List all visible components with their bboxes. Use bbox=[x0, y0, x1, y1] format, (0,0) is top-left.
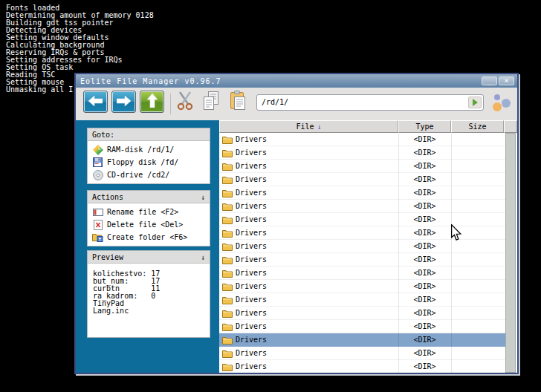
goto-panel: Goto: bbox=[87, 128, 210, 184]
folder-icon bbox=[222, 269, 236, 278]
floppy-disk-icon bbox=[91, 157, 104, 167]
folder-icon bbox=[222, 175, 236, 184]
column-header-type[interactable]: Type bbox=[398, 120, 451, 133]
file-list-header: File ↓ Type Size bbox=[219, 120, 517, 133]
action-create-folder[interactable]: Create folder <F6> bbox=[88, 231, 210, 244]
file-type: <DIR> bbox=[398, 336, 451, 344]
action-label: Delete file <Del> bbox=[107, 220, 183, 229]
file-name: Drivers bbox=[236, 269, 267, 277]
up-arrow-icon bbox=[147, 94, 158, 111]
file-row[interactable]: Drivers<DIR> bbox=[219, 186, 505, 200]
file-row[interactable]: Drivers<DIR> bbox=[219, 253, 505, 267]
file-row[interactable]: Drivers<DIR> bbox=[219, 213, 505, 226]
folder-icon bbox=[222, 309, 236, 318]
rename-icon bbox=[91, 209, 104, 216]
file-type: <DIR> bbox=[398, 242, 451, 250]
mouse-cursor bbox=[450, 224, 462, 244]
file-row[interactable]: Drivers<DIR> bbox=[219, 320, 505, 333]
forward-button[interactable] bbox=[111, 91, 136, 113]
close-button[interactable]: × bbox=[499, 76, 514, 85]
path-value: /rd/1/ bbox=[262, 95, 288, 110]
file-row[interactable]: Drivers<DIR> bbox=[219, 133, 505, 146]
toolbar: /rd/1/ bbox=[76, 88, 517, 120]
folder-icon bbox=[222, 202, 236, 211]
folder-icon bbox=[222, 362, 236, 371]
copy-button[interactable] bbox=[200, 91, 222, 114]
paste-icon bbox=[228, 91, 247, 114]
logo-dot-small-blue bbox=[494, 94, 500, 100]
cut-button[interactable] bbox=[174, 91, 196, 114]
up-button[interactable] bbox=[140, 91, 164, 113]
file-type: <DIR> bbox=[398, 255, 451, 264]
file-row[interactable]: Drivers<DIR> bbox=[219, 307, 505, 320]
column-label: Size bbox=[468, 122, 486, 131]
sidebar-item-label: Floppy disk /fd/ bbox=[107, 158, 178, 166]
file-rows: Drivers<DIR>Drivers<DIR>Drivers<DIR>Driv… bbox=[219, 133, 505, 373]
file-name: Drivers bbox=[236, 309, 267, 317]
action-label: Create folder <F6> bbox=[107, 233, 187, 241]
scrollbar-thumb[interactable] bbox=[505, 133, 516, 373]
forward-arrow-icon bbox=[117, 95, 131, 109]
folder-icon bbox=[222, 162, 236, 171]
go-arrow-icon bbox=[473, 99, 478, 106]
actions-panel: Actions ↓ Rename file <F2> bbox=[87, 190, 210, 246]
actions-panel-title: Actions bbox=[92, 193, 201, 201]
file-type: <DIR> bbox=[398, 175, 451, 183]
file-name: Drivers bbox=[236, 242, 267, 250]
file-row[interactable]: Drivers<DIR> bbox=[219, 146, 505, 160]
go-button[interactable] bbox=[468, 97, 482, 108]
logo-dot-large-blue bbox=[502, 99, 511, 108]
file-type: <DIR> bbox=[398, 282, 451, 290]
header-corner bbox=[504, 120, 517, 133]
action-rename-file[interactable]: Rename file <F2> bbox=[88, 206, 210, 218]
file-type: <DIR> bbox=[398, 269, 451, 277]
sidebar: Goto: bbox=[76, 120, 219, 373]
file-row[interactable]: Drivers<DIR> bbox=[219, 347, 505, 360]
sidebar-item-floppy[interactable]: Floppy disk /fd/ bbox=[88, 156, 210, 169]
sidebar-item-ram-disk[interactable]: RAM-disk /rd/1/ bbox=[88, 143, 210, 156]
collapse-arrow-icon[interactable]: ↓ bbox=[201, 193, 205, 201]
file-type: <DIR> bbox=[398, 162, 451, 170]
file-row[interactable]: Drivers<DIR> bbox=[219, 360, 505, 373]
folder-icon bbox=[222, 282, 236, 291]
scissors-icon bbox=[177, 91, 193, 114]
vertical-scrollbar[interactable] bbox=[505, 133, 516, 373]
file-name: Drivers bbox=[236, 295, 267, 304]
file-row[interactable]: Drivers<DIR> bbox=[219, 160, 505, 173]
file-row[interactable]: Drivers<DIR> bbox=[219, 280, 505, 293]
back-button[interactable] bbox=[83, 91, 108, 113]
create-folder-icon bbox=[91, 232, 104, 242]
folder-icon bbox=[222, 242, 236, 251]
window-title: Eolite File Manager v0.96.7 bbox=[76, 77, 221, 85]
file-row[interactable]: Drivers<DIR> bbox=[219, 200, 505, 213]
collapse-arrow-icon[interactable]: ↓ bbox=[201, 253, 205, 261]
sidebar-item-cd-drive[interactable]: CD-drive /cd2/ bbox=[88, 169, 210, 181]
file-row[interactable]: Drivers<DIR> bbox=[219, 267, 505, 280]
column-header-file[interactable]: File ↓ bbox=[219, 120, 398, 133]
file-name: Drivers bbox=[236, 175, 267, 183]
file-type: <DIR> bbox=[398, 215, 451, 223]
preview-line: Lang.inc bbox=[93, 307, 210, 315]
file-row[interactable]: Drivers<DIR> bbox=[219, 293, 505, 307]
column-separator bbox=[398, 133, 399, 373]
action-label: Rename file <F2> bbox=[107, 208, 178, 216]
main-area: Goto: bbox=[76, 120, 517, 373]
column-header-size[interactable]: Size bbox=[451, 120, 504, 133]
file-row[interactable]: Drivers<DIR> bbox=[219, 333, 505, 347]
file-row[interactable]: Drivers<DIR> bbox=[219, 173, 505, 186]
column-label: Type bbox=[415, 122, 433, 131]
file-name: Drivers bbox=[236, 148, 267, 157]
file-name: Drivers bbox=[236, 202, 267, 210]
paste-button[interactable] bbox=[227, 91, 249, 114]
titlebar[interactable]: Eolite File Manager v0.96.7 _ × bbox=[76, 74, 517, 88]
file-row[interactable]: Drivers<DIR> bbox=[219, 240, 505, 253]
file-row[interactable]: Drivers<DIR> bbox=[219, 226, 505, 240]
file-type: <DIR> bbox=[398, 189, 451, 197]
path-input[interactable]: /rd/1/ bbox=[256, 94, 484, 111]
column-separator bbox=[451, 133, 452, 373]
file-name: Drivers bbox=[236, 229, 267, 237]
action-delete-file[interactable]: Delete file <Del> bbox=[88, 218, 210, 231]
minimize-button[interactable]: _ bbox=[482, 76, 497, 85]
preview-panel-title: Preview bbox=[92, 253, 201, 261]
folder-icon bbox=[222, 135, 236, 144]
